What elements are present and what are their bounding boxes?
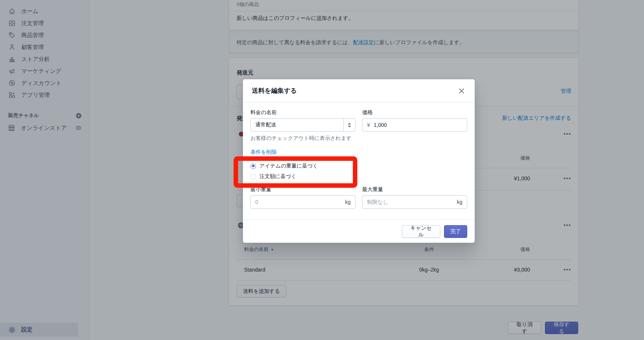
condition-type-radio-group: アイテムの重量に基づく 注文額に基づく [250,161,467,181]
close-icon[interactable] [457,87,466,95]
max-weight-label: 最大重量 [362,186,467,193]
min-weight-input[interactable] [251,199,341,205]
radio-based-on-weight[interactable]: アイテムの重量に基づく [250,161,467,171]
modal-footer: キャンセル 完了 [243,220,475,243]
radio-selected-icon [250,163,256,169]
price-label: 価格 [362,109,467,116]
radio-weight-label: アイテムの重量に基づく [259,163,318,169]
rate-name-help-text: お客様のチェックアウト時に表示されます [250,135,355,142]
min-weight-label: 最小重量 [250,186,355,193]
radio-unselected-icon [250,174,256,180]
app-root: ホーム 注文管理 商品管理 顧客管理 [0,0,644,340]
max-weight-field: kg [362,195,467,209]
remove-condition-link[interactable]: 条件を削除 [250,149,277,156]
rate-name-label: 料金の名前 [250,109,355,116]
price-field: ¥ [362,118,467,132]
radio-price-label: 注文額に基づく [259,173,296,180]
min-weight-field: kg [250,195,355,209]
modal-body: 料金の名前 通常配送 お客様のチェックアウト時に表示されます 価格 ¥ 条件を削… [243,102,475,209]
weight-unit-suffix: kg [452,199,467,205]
rate-name-select[interactable]: 通常配送 [250,118,355,132]
rate-name-value: 通常配送 [251,122,343,128]
modal-header: 送料を編集する [243,79,475,102]
radio-based-on-price[interactable]: 注文額に基づく [250,172,467,181]
edit-shipping-rate-modal: 送料を編集する 料金の名前 通常配送 お客様のチェックアウト時に表示されます 価… [243,79,475,243]
cancel-button[interactable]: キャンセル [402,225,440,238]
max-weight-input[interactable] [363,199,452,205]
done-button[interactable]: 完了 [444,225,467,238]
price-input[interactable] [373,122,467,128]
stepper-icon [343,119,355,131]
currency-symbol: ¥ [363,122,373,128]
modal-title: 送料を編集する [252,86,457,95]
weight-unit-suffix: kg [341,199,355,205]
